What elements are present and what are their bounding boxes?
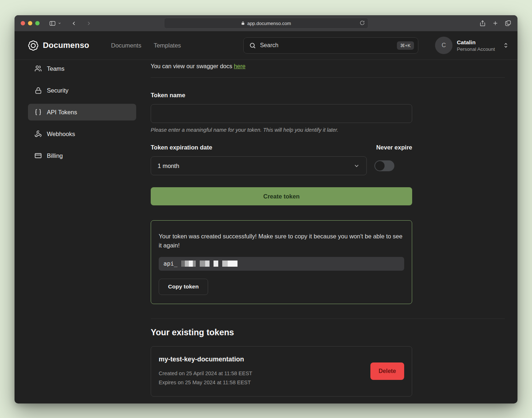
redacted-token <box>181 261 237 267</box>
divider <box>151 77 505 78</box>
divider <box>151 319 505 319</box>
search-input[interactable] <box>260 42 393 49</box>
lock-icon <box>34 87 42 94</box>
token-card-expires: Expires on 25 May 2024 at 11:58 EEST <box>159 378 252 387</box>
expiration-selected-value: 1 month <box>158 163 179 169</box>
never-expire-toggle[interactable] <box>374 160 394 171</box>
traffic-lights <box>21 21 40 25</box>
sidebar-menu-chevron-icon[interactable] <box>58 21 61 25</box>
webhook-icon <box>34 130 42 138</box>
content: Teams Security API Tokens Webhooks <box>15 60 517 403</box>
avatar: C <box>435 37 452 54</box>
close-window-button[interactable] <box>21 21 25 25</box>
zoom-window-button[interactable] <box>35 21 40 25</box>
create-token-button[interactable]: Create token <box>151 187 412 205</box>
token-card: my-test-key-documentation Created on 25 … <box>151 346 412 397</box>
braces-icon <box>34 108 42 116</box>
top-navigation: Documents Templates <box>111 42 181 49</box>
swagger-docs-note: You can view our swagger docs here <box>151 60 505 70</box>
api-tokens-panel: You can view our swagger docs here Token… <box>151 60 505 403</box>
search-icon <box>249 42 256 49</box>
token-card-name: my-test-key-documentation <box>159 356 252 363</box>
lock-icon <box>241 21 245 25</box>
token-name-label: Token name <box>151 92 505 99</box>
sidebar-item-label: Security <box>47 87 69 94</box>
account-name: Catalin <box>457 39 495 46</box>
tab-overview-icon[interactable] <box>505 20 511 26</box>
forward-icon[interactable] <box>86 20 92 26</box>
sidebar-item-teams[interactable]: Teams <box>28 60 136 77</box>
sidebar-item-billing[interactable]: Billing <box>28 147 136 164</box>
chevron-down-icon <box>353 163 360 169</box>
search-bar[interactable]: ⌘+K <box>243 37 418 54</box>
documenso-logo-icon <box>28 40 39 51</box>
back-icon[interactable] <box>71 20 77 26</box>
never-expire-label: Never expire <box>376 144 412 151</box>
settings-sidebar: Teams Security API Tokens Webhooks <box>28 60 136 403</box>
account-type: Personal Account <box>457 46 495 52</box>
address-bar[interactable]: app.documenso.com <box>164 18 368 29</box>
nav-documents[interactable]: Documents <box>111 42 141 49</box>
token-created-message: Your token was created successfully! Mak… <box>159 232 404 250</box>
copy-token-button[interactable]: Copy token <box>159 279 208 295</box>
share-icon[interactable] <box>479 20 486 27</box>
sidebar-item-webhooks[interactable]: Webhooks <box>28 126 136 142</box>
token-value-field[interactable]: api_ <box>159 257 404 271</box>
nav-templates[interactable]: Templates <box>154 42 181 49</box>
token-created-alert: Your token was created successfully! Mak… <box>151 220 412 304</box>
token-card-created: Created on 25 April 2024 at 11:58 EEST <box>159 369 252 378</box>
brand-name: Documenso <box>43 41 89 50</box>
toggle-knob <box>375 161 385 171</box>
token-name-helper: Please enter a meaningful name for your … <box>151 127 505 133</box>
search-shortcut-badge: ⌘+K <box>397 41 414 50</box>
reload-icon[interactable] <box>360 20 365 25</box>
token-name-input[interactable] <box>151 104 412 123</box>
expiration-label: Token expiration date <box>151 144 212 151</box>
sidebar-item-label: API Tokens <box>47 109 77 116</box>
minimize-window-button[interactable] <box>28 21 32 25</box>
chevrons-up-down-icon <box>503 42 509 48</box>
delete-token-button[interactable]: Delete <box>370 362 404 380</box>
sidebar-item-api-tokens[interactable]: API Tokens <box>28 104 136 120</box>
sidebar-toggle-icon[interactable] <box>49 20 56 27</box>
sidebar-item-label: Teams <box>47 65 65 72</box>
sidebar-item-label: Billing <box>47 152 63 159</box>
expiration-select[interactable]: 1 month <box>151 156 367 175</box>
sidebar-item-security[interactable]: Security <box>28 82 136 99</box>
sidebar-item-label: Webhooks <box>47 131 75 138</box>
credit-card-icon <box>34 152 42 159</box>
browser-window: app.documenso.com Documenso Docum <box>15 15 517 403</box>
brand[interactable]: Documenso <box>28 40 89 51</box>
new-tab-icon[interactable] <box>492 20 499 26</box>
account-menu[interactable]: C Catalin Personal Account <box>435 37 509 54</box>
users-icon <box>34 65 42 72</box>
app-header: Documenso Documents Templates ⌘+K C Cata… <box>15 31 517 60</box>
swagger-docs-link[interactable]: here <box>234 63 245 69</box>
existing-tokens-heading: Your existing tokens <box>151 328 505 337</box>
url-text: app.documenso.com <box>247 21 291 26</box>
browser-toolbar: app.documenso.com <box>15 15 517 31</box>
token-prefix: api_ <box>163 260 178 267</box>
